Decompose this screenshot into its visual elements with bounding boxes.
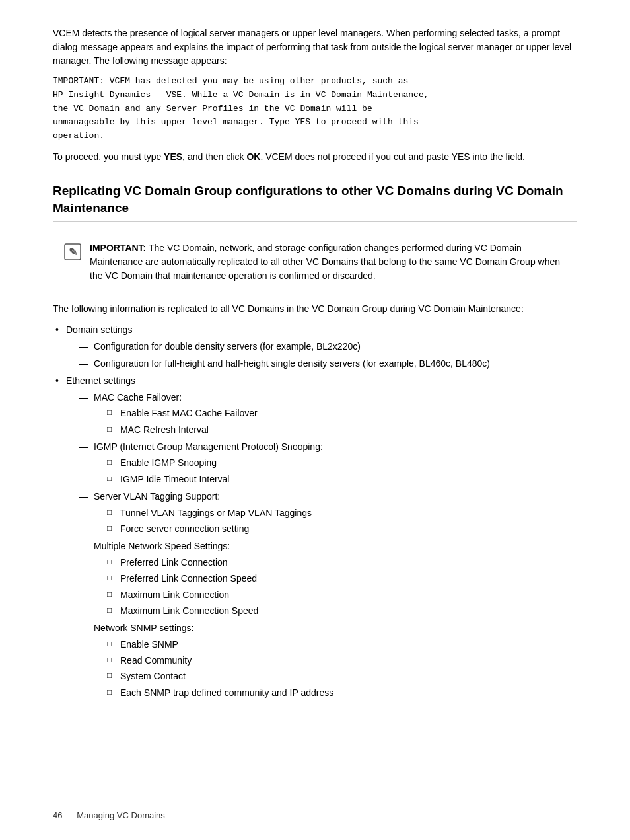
code-line-2: HP Insight Dynamics – VSE. While a VC Do… bbox=[53, 89, 577, 102]
dash-item-0-0: Configuration for double density servers… bbox=[79, 339, 577, 354]
square-item-1-3-2: Maximum Link Connection bbox=[107, 588, 577, 602]
bullet-item-0: Domain settingsConfiguration for double … bbox=[53, 323, 577, 371]
square-item-1-3-3: Maximum Link Connection Speed bbox=[107, 603, 577, 618]
proceed-yes: YES bbox=[164, 151, 182, 162]
footer-section-label: Managing VC Domains bbox=[77, 810, 165, 820]
page-number: 46 bbox=[53, 810, 62, 820]
square-item-1-4-2: System Contact bbox=[107, 669, 577, 683]
code-line-4: unmanageable by this upper level manager… bbox=[53, 116, 577, 130]
code-line-1: IMPORTANT: VCEM has detected you may be … bbox=[53, 75, 577, 89]
square-item-1-4-1: Read Community bbox=[107, 653, 577, 668]
square-list-1-1: Enable IGMP SnoopingIGMP Idle Timeout In… bbox=[94, 455, 577, 486]
important-body: The VC Domain, network, and storage conf… bbox=[90, 243, 560, 281]
important-content: IMPORTANT: The VC Domain, network, and s… bbox=[90, 241, 567, 283]
square-item-1-0-0: Enable Fast MAC Cache Failover bbox=[107, 406, 577, 420]
dash-list-1: MAC Cache Failover:Enable Fast MAC Cache… bbox=[66, 390, 577, 700]
proceed-text: To proceed, you must type YES, and then … bbox=[53, 150, 577, 164]
section-heading: Replicating VC Domain Group configuratio… bbox=[53, 182, 577, 222]
proceed-middle: , and then click bbox=[182, 151, 246, 162]
square-item-1-2-0: Tunnel VLAN Taggings or Map VLAN Tagging… bbox=[107, 506, 577, 520]
square-item-1-4-3: Each SNMP trap defined community and IP … bbox=[107, 685, 577, 700]
dash-item-1-4: Network SNMP settings:Enable SNMPRead Co… bbox=[79, 621, 577, 700]
dash-item-1-3: Multiple Network Speed Settings:Preferre… bbox=[79, 539, 577, 618]
dash-list-0: Configuration for double density servers… bbox=[66, 339, 577, 371]
important-label: IMPORTANT: bbox=[90, 243, 146, 253]
bullet-item-1: Ethernet settingsMAC Cache Failover:Enab… bbox=[53, 373, 577, 700]
square-item-1-1-1: IGMP Idle Timeout Interval bbox=[107, 472, 577, 486]
code-line-3: the VC Domain and any Server Profiles in… bbox=[53, 102, 577, 116]
code-line-5: operation. bbox=[53, 130, 577, 143]
page-footer: 46 Managing VC Domains bbox=[53, 810, 165, 820]
dash-item-1-1: IGMP (Internet Group Management Protocol… bbox=[79, 439, 577, 486]
main-bullet-list: Domain settingsConfiguration for double … bbox=[53, 323, 577, 700]
square-list-1-4: Enable SNMPRead CommunitySystem ContactE… bbox=[94, 637, 577, 701]
important-icon: ✎ bbox=[63, 243, 82, 261]
proceed-after: . VCEM does not proceed if you cut and p… bbox=[260, 151, 525, 162]
following-text: The following information is replicated … bbox=[53, 302, 577, 316]
proceed-ok: OK bbox=[246, 151, 260, 162]
proceed-before: To proceed, you must type bbox=[53, 151, 164, 162]
dash-item-0-1: Configuration for full-height and half-h… bbox=[79, 356, 577, 371]
important-box: ✎ IMPORTANT: The VC Domain, network, and… bbox=[53, 233, 577, 291]
svg-text:✎: ✎ bbox=[69, 247, 77, 258]
square-list-1-0: Enable Fast MAC Cache FailoverMAC Refres… bbox=[94, 406, 577, 437]
square-item-1-3-1: Preferred Link Connection Speed bbox=[107, 571, 577, 586]
square-item-1-2-1: Force server connection setting bbox=[107, 521, 577, 536]
intro-paragraph: VCEM detects the presence of logical ser… bbox=[53, 26, 577, 68]
square-item-1-3-0: Preferred Link Connection bbox=[107, 555, 577, 570]
dash-item-1-2: Server VLAN Tagging Support:Tunnel VLAN … bbox=[79, 489, 577, 536]
code-block: IMPORTANT: VCEM has detected you may be … bbox=[53, 75, 577, 143]
square-list-1-3: Preferred Link ConnectionPreferred Link … bbox=[94, 555, 577, 619]
dash-item-1-0: MAC Cache Failover:Enable Fast MAC Cache… bbox=[79, 390, 577, 437]
square-item-1-1-0: Enable IGMP Snooping bbox=[107, 455, 577, 470]
square-item-1-0-1: MAC Refresh Interval bbox=[107, 422, 577, 437]
square-item-1-4-0: Enable SNMP bbox=[107, 637, 577, 652]
square-list-1-2: Tunnel VLAN Taggings or Map VLAN Tagging… bbox=[94, 506, 577, 537]
